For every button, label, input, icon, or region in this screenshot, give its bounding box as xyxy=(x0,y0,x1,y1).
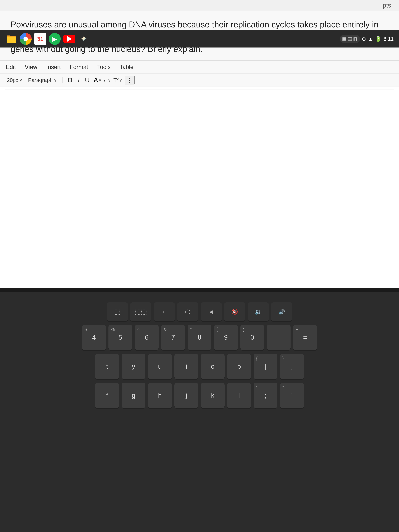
more-options-button[interactable]: ⋮ xyxy=(125,76,135,84)
key-bracket-close[interactable]: } ] xyxy=(280,354,304,379)
menu-table[interactable]: Table xyxy=(119,63,134,71)
menu-format[interactable]: Format xyxy=(69,63,89,71)
menu-edit[interactable]: Edit xyxy=(5,63,16,71)
pts-label: pts xyxy=(383,2,391,9)
font-size-select[interactable]: 20px ∨ xyxy=(5,76,24,84)
screen: pts Poxviruses are unusual among DNA vir… xyxy=(0,0,399,288)
key-9[interactable]: ( 9 xyxy=(214,325,238,350)
key-4[interactable]: $ 4 xyxy=(82,325,106,350)
highlight-label: ⌐ xyxy=(104,77,108,83)
key-6-main: 6 xyxy=(145,334,149,341)
window-manager-icons: ▣ ▤ ▥ xyxy=(340,35,360,43)
menu-view[interactable]: View xyxy=(24,63,38,71)
menu-tools[interactable]: Tools xyxy=(97,63,111,71)
key-back-symbol: ◀ xyxy=(209,309,213,315)
font-color-label: A xyxy=(94,76,98,84)
taskbar-play-icon[interactable]: ▶ xyxy=(49,33,61,45)
key-y-main: y xyxy=(132,363,135,370)
key-4-main: 4 xyxy=(92,334,96,341)
key-bracket-open[interactable]: { [ xyxy=(253,354,277,379)
text-editor-area[interactable] xyxy=(5,89,394,285)
key-f[interactable]: f xyxy=(95,383,119,408)
taskbar-youtube-icon[interactable] xyxy=(63,33,75,45)
taskbar-chrome-icon[interactable] xyxy=(20,33,32,45)
wifi-icon[interactable]: ▲ xyxy=(368,36,373,42)
key-7[interactable]: & 7 xyxy=(161,325,185,350)
taskbar-calendar-icon[interactable]: 31 xyxy=(34,33,46,45)
key-vol-up[interactable]: 🔊 xyxy=(271,302,292,321)
italic-button[interactable]: I xyxy=(76,76,81,84)
youtube-bg xyxy=(63,35,75,43)
fn-row: ⬚ ⬚⬚ ○ ◯ ◀ 🔇 🔉 🔊 xyxy=(107,302,292,321)
highlight-chevron: ∨ xyxy=(108,78,111,82)
key-mute-symbol: 🔇 xyxy=(231,309,238,315)
key-u[interactable]: u xyxy=(148,354,172,379)
paragraph-value: Paragraph xyxy=(28,77,53,83)
battery-icon[interactable]: 🔋 xyxy=(375,36,381,42)
highlight-group: ⌐ ∨ xyxy=(104,77,111,83)
key-g[interactable]: g xyxy=(122,383,146,408)
key-window[interactable]: ⬚ xyxy=(107,302,128,321)
window-icon-2[interactable]: ▤ xyxy=(348,36,352,42)
key-windows[interactable]: ⬚⬚ xyxy=(130,302,151,321)
key-5[interactable]: % 5 xyxy=(108,325,132,350)
key-bracket-close-main: ] xyxy=(291,363,293,370)
key-h-main: h xyxy=(158,392,162,399)
key-l[interactable]: l xyxy=(227,383,251,408)
key-0-shift: ) xyxy=(243,327,244,332)
key-p[interactable]: p xyxy=(227,354,251,379)
bold-button[interactable]: B xyxy=(66,76,74,84)
key-7-main: 7 xyxy=(171,334,175,341)
key-back[interactable]: ◀ xyxy=(201,302,222,321)
superscript-label: T2 xyxy=(114,77,119,83)
key-minus[interactable]: _ - xyxy=(267,325,291,350)
home-row: f g h j k l : ; " ' xyxy=(95,383,304,408)
window-icon-1[interactable]: ▣ xyxy=(342,36,347,42)
key-vol-up-symbol: 🔊 xyxy=(279,309,285,315)
toolbar: 20px ∨ Paragraph ∨ B I U A ∨ ⌐ ∨ T2 ∨ xyxy=(0,74,399,87)
youtube-play-triangle xyxy=(67,36,72,42)
key-vol-down[interactable]: 🔉 xyxy=(248,302,269,321)
key-8-main: 8 xyxy=(198,334,201,341)
key-j-main: j xyxy=(185,392,187,399)
key-h[interactable]: h xyxy=(148,383,172,408)
paragraph-select[interactable]: Paragraph ∨ xyxy=(26,76,58,84)
key-quote[interactable]: " ' xyxy=(280,383,304,408)
key-j[interactable]: j xyxy=(174,383,198,408)
superscript-group: T2 ∨ xyxy=(114,77,122,83)
network-icon[interactable]: ⊙ xyxy=(362,36,366,42)
key-7-shift: & xyxy=(164,327,167,332)
key-o[interactable]: o xyxy=(201,354,225,379)
key-semicolon-main: ; xyxy=(265,392,266,399)
key-k-main: k xyxy=(211,392,214,399)
key-circle-lg-symbol: ◯ xyxy=(185,309,190,314)
key-equals[interactable]: + = xyxy=(293,325,317,350)
taskbar-folder-icon[interactable] xyxy=(5,33,17,45)
key-6[interactable]: ^ 6 xyxy=(135,325,158,350)
menu-insert[interactable]: Insert xyxy=(46,63,61,71)
key-8[interactable]: * 8 xyxy=(188,325,211,350)
key-i[interactable]: i xyxy=(174,354,198,379)
key-equals-main: = xyxy=(303,334,307,341)
key-0[interactable]: ) 0 xyxy=(241,325,264,350)
key-circle-lg[interactable]: ◯ xyxy=(177,302,198,321)
font-color-group: A ∨ xyxy=(94,76,101,84)
key-9-shift: ( xyxy=(216,327,218,332)
key-0-main: 0 xyxy=(250,334,254,341)
key-mute[interactable]: 🔇 xyxy=(224,302,245,321)
key-t[interactable]: t xyxy=(95,354,119,379)
key-y[interactable]: y xyxy=(122,354,146,379)
key-6-shift: ^ xyxy=(137,327,139,332)
key-quote-shift: " xyxy=(282,385,284,390)
taskbar-star-icon[interactable]: ✦ xyxy=(78,33,90,45)
underline-button[interactable]: U xyxy=(84,76,91,84)
key-circle-sm[interactable]: ○ xyxy=(154,302,175,321)
taskbar: 31 ▶ ✦ ▣ ▤ ▥ ⊙ ▲ xyxy=(0,30,399,48)
key-4-shift: $ xyxy=(84,327,87,332)
font-size-value: 20px xyxy=(7,77,18,83)
key-k[interactable]: k xyxy=(201,383,225,408)
window-icon-3[interactable]: ▥ xyxy=(353,36,358,42)
key-p-main: p xyxy=(237,363,241,370)
key-semicolon[interactable]: : ; xyxy=(253,383,277,408)
numbers-row: $ 4 % 5 ^ 6 & 7 * 8 ( 9 ) 0 _ - xyxy=(82,325,317,350)
